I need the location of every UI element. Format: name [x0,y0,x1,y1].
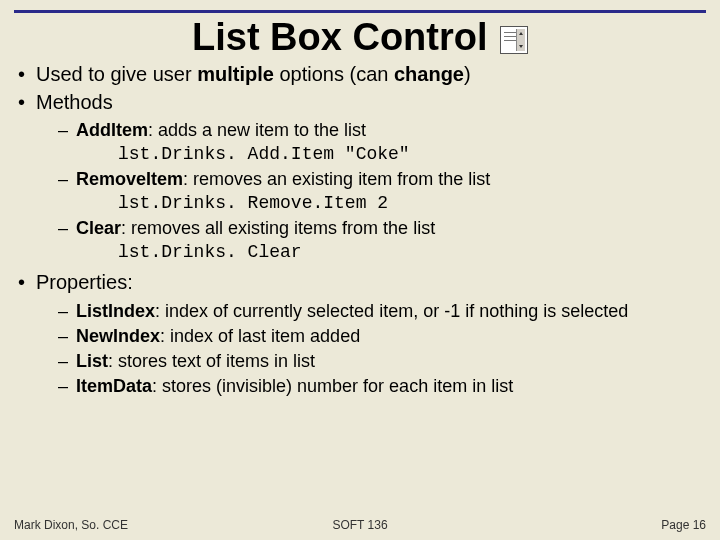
code-removeitem: lst.Drinks. Remove.Item 2 [118,192,706,215]
method-removeitem: RemoveItem: removes an existing item fro… [36,168,706,215]
bullet-usage: Used to give user multiple options (can … [14,62,706,88]
code-clear: lst.Drinks. Clear [118,241,706,264]
bullet-methods: Methods AddItem: adds a new item to the … [14,90,706,265]
prop-itemdata: ItemData: stores (invisible) number for … [36,375,706,398]
prop-listindex: ListIndex: index of currently selected i… [36,300,706,323]
listbox-icon [500,26,528,54]
top-rule [14,10,706,13]
prop-newindex: NewIndex: index of last item added [36,325,706,348]
prop-list: List: stores text of items in list [36,350,706,373]
slide-title: List Box Control [192,16,488,59]
footer-course: SOFT 136 [14,518,706,532]
properties-label: Properties: [36,271,133,293]
method-additem: AddItem: adds a new item to the list lst… [36,119,706,166]
title-row: List Box Control [0,16,720,59]
slide-body: Used to give user multiple options (can … [14,62,706,404]
code-additem: lst.Drinks. Add.Item "Coke" [118,143,706,166]
bullet-properties: Properties: ListIndex: index of currentl… [14,270,706,398]
footer-page: Page 16 [661,518,706,532]
methods-label: Methods [36,91,113,113]
method-clear: Clear: removes all existing items from t… [36,217,706,264]
